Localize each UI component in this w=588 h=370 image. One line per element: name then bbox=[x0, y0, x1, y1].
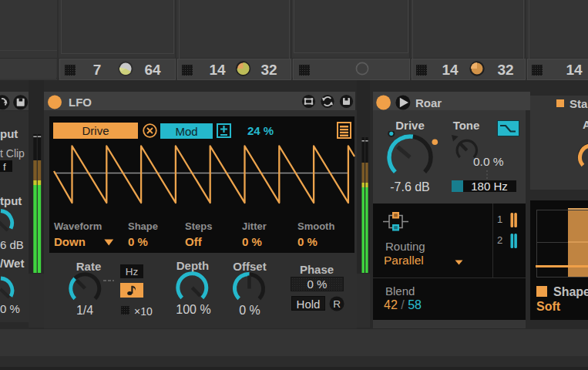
svg-text:R: R bbox=[333, 298, 341, 310]
